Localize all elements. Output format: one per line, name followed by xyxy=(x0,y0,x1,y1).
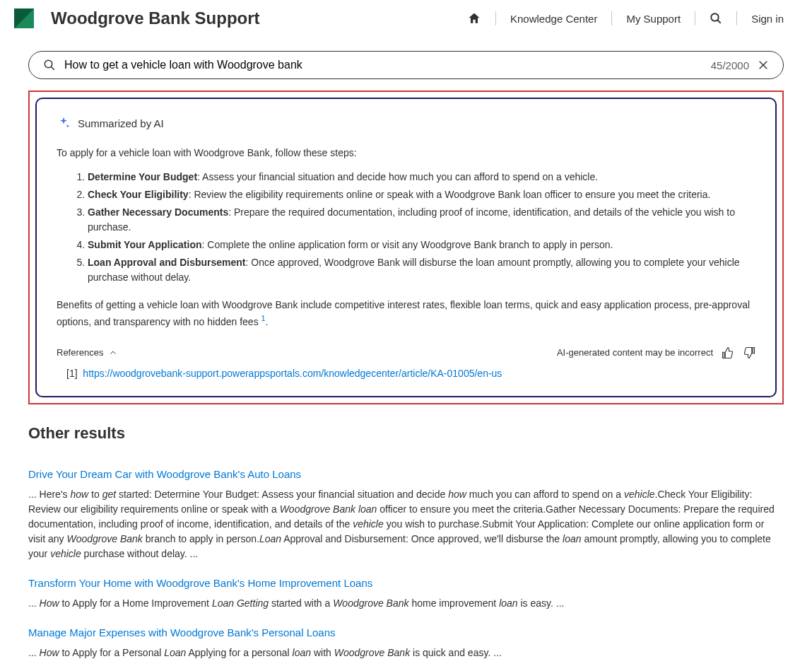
ai-summary-card: Summarized by AI To apply for a vehicle … xyxy=(35,98,777,397)
other-results-heading: Other results xyxy=(28,424,784,443)
result-item: Drive Your Dream Car with Woodgrove Bank… xyxy=(28,468,784,561)
search-input[interactable] xyxy=(64,59,702,71)
ai-summary-label: Summarized by AI xyxy=(78,117,164,129)
svg-point-2 xyxy=(45,60,52,68)
citation-link[interactable]: 1 xyxy=(261,314,266,322)
reference-link[interactable]: https://woodgrovebank-support.powerappsp… xyxy=(83,368,502,379)
sign-in-link[interactable]: Sign in xyxy=(737,10,798,27)
result-snippet: ... How to Apply for a Home Improvement … xyxy=(28,596,784,611)
reference-number: [1] xyxy=(66,368,78,379)
ai-disclaimer: AI-generated content may be incorrect xyxy=(557,347,713,358)
result-item: Transform Your Home with Woodgrove Bank'… xyxy=(28,577,784,611)
result-title-link[interactable]: Transform Your Home with Woodgrove Bank'… xyxy=(28,577,372,589)
svg-line-3 xyxy=(51,66,54,70)
site-title: Woodgrove Bank Support xyxy=(51,8,453,28)
result-snippet: ... How to Apply for a Personal Loan App… xyxy=(28,646,784,660)
result-title-link[interactable]: Drive Your Dream Car with Woodgrove Bank… xyxy=(28,468,301,480)
ai-summary-highlight: Summarized by AI To apply for a vehicle … xyxy=(28,91,784,404)
ai-summary-intro: To apply for a vehicle loan with Woodgro… xyxy=(57,147,755,158)
search-icon xyxy=(43,59,56,71)
thumbs-up-icon xyxy=(722,346,734,359)
chevron-up-icon xyxy=(109,349,117,357)
top-nav: Knowledge Center My Support Sign in xyxy=(453,10,798,27)
sparkle-icon xyxy=(57,116,71,130)
references-toggle[interactable]: References xyxy=(57,347,117,358)
thumbs-down-icon xyxy=(743,346,755,359)
thumbs-up-button[interactable] xyxy=(722,346,734,359)
svg-point-0 xyxy=(711,13,719,21)
home-link[interactable] xyxy=(453,10,495,27)
home-icon xyxy=(467,11,481,25)
references-label: References xyxy=(57,347,103,358)
knowledge-center-link[interactable]: Knowledge Center xyxy=(496,10,611,27)
ai-step-item: Loan Approval and Disbursement: Once app… xyxy=(88,255,755,285)
ai-benefits: Benefits of getting a vehicle loan with … xyxy=(57,298,755,329)
search-icon xyxy=(710,12,722,25)
thumbs-down-button[interactable] xyxy=(743,346,755,359)
search-bar: 45/2000 xyxy=(28,51,784,79)
search-link[interactable] xyxy=(695,10,736,27)
site-logo xyxy=(14,8,34,28)
ai-step-item: Determine Your Budget: Assess your finan… xyxy=(88,170,755,185)
result-title-link[interactable]: Manage Major Expenses with Woodgrove Ban… xyxy=(28,626,336,638)
results-list: Drive Your Dream Car with Woodgrove Bank… xyxy=(28,468,784,671)
char-counter: 45/2000 xyxy=(711,59,749,71)
clear-icon[interactable] xyxy=(758,59,769,71)
result-item: Manage Major Expenses with Woodgrove Ban… xyxy=(28,626,784,660)
site-header: Woodgrove Bank Support Knowledge Center … xyxy=(0,0,812,37)
result-snippet: ... Here's how to get started: Determine… xyxy=(28,487,784,561)
reference-item: [1] https://woodgrovebank-support.powera… xyxy=(57,368,755,379)
ai-step-item: Check Your Eligibility: Review the eligi… xyxy=(88,187,755,202)
ai-step-item: Gather Necessary Documents: Prepare the … xyxy=(88,205,755,235)
svg-line-1 xyxy=(717,20,721,23)
my-support-link[interactable]: My Support xyxy=(612,10,695,27)
ai-steps-list: Determine Your Budget: Assess your finan… xyxy=(57,170,755,285)
ai-step-item: Submit Your Application: Complete the on… xyxy=(88,238,755,252)
